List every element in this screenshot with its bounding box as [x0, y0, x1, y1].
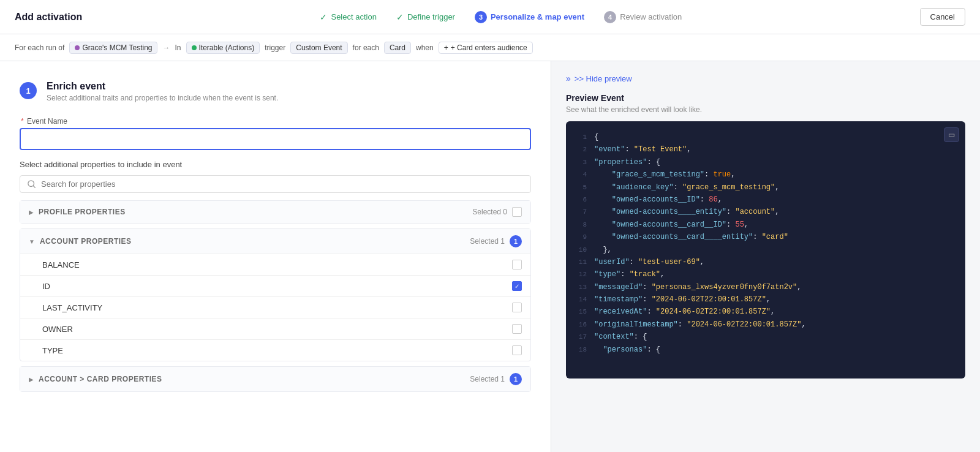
step-label-1: Select action — [331, 12, 376, 21]
when-label: when — [416, 43, 434, 52]
steps-nav: ✓ Select action ✓ Define trigger 3 Perso… — [320, 11, 682, 23]
step-num-3: 3 — [475, 11, 487, 23]
hide-preview-label: >> Hide preview — [575, 74, 632, 83]
main-content: 1 Enrich event Select additional traits … — [0, 61, 980, 452]
owner-checkbox[interactable] — [512, 324, 522, 334]
breadcrumb-prefix: For each run of — [15, 43, 64, 52]
step-select-action: ✓ Select action — [320, 12, 376, 22]
code-line-17: 17"context": { — [576, 331, 956, 343]
required-asterisk: * — [21, 117, 24, 126]
account-card-properties-title: ACCOUNT > CARD PROPERTIES — [39, 375, 162, 383]
balance-checkbox[interactable] — [512, 260, 522, 269]
source-label: Grace's MCM Testing — [82, 43, 152, 52]
hide-preview-button[interactable]: » >> Hide preview — [566, 73, 632, 83]
section-header: 1 Enrich event Select additional traits … — [20, 81, 531, 102]
in-label: In — [175, 43, 181, 52]
prop-item-last-activity: LAST_ACTIVITY — [20, 296, 530, 318]
step-num-4: 4 — [604, 11, 616, 23]
search-input[interactable] — [41, 179, 523, 189]
svg-line-1 — [33, 186, 35, 187]
search-box — [20, 175, 531, 193]
platform-label: Iterable (Actions) — [199, 43, 255, 52]
platform-tag: Iterable (Actions) — [186, 42, 260, 54]
owner-label: OWNER — [42, 325, 73, 334]
profile-properties-group: ▶ PROFILE PROPERTIES Selected 0 — [20, 200, 531, 224]
check-icon-1: ✓ — [320, 12, 327, 22]
entity-tag: Card — [384, 42, 411, 54]
account-card-properties-left: ▶ ACCOUNT > CARD PROPERTIES — [29, 375, 162, 383]
code-line-3: 3"properties": { — [576, 156, 956, 168]
field-label-text: Event Name — [27, 117, 67, 126]
code-line-12: 12"type": "track", — [576, 268, 956, 281]
check-icon-2: ✓ — [396, 12, 404, 22]
code-line-4: 4 "grace_s_mcm_testing": true, — [576, 168, 956, 181]
type-checkbox[interactable] — [512, 345, 522, 355]
code-line-11: 11"userId": "test-user-69", — [576, 256, 956, 268]
source-dot — [75, 45, 80, 50]
code-line-2: 2"event": "Test Event", — [576, 143, 956, 156]
code-line-9: 9 "owned-accounts__card____entity": "car… — [576, 231, 956, 243]
account-properties-group: ▼ ACCOUNT PROPERTIES Selected 1 1 BALANC… — [20, 228, 531, 361]
account-selected-count: Selected 1 — [470, 237, 505, 246]
header: Add activation ✓ Select action ✓ Define … — [0, 0, 980, 34]
plus-icon: + — [444, 43, 448, 52]
prop-item-id: ID — [20, 275, 530, 296]
profile-properties-left: ▶ PROFILE PROPERTIES — [29, 208, 126, 216]
code-line-6: 6 "owned-accounts__ID": 86, — [576, 194, 956, 206]
step-label-4: Review activation — [620, 12, 682, 21]
type-label: TYPE — [42, 346, 63, 355]
section-desc: Select additional traits and properties … — [47, 94, 278, 102]
step-label-2: Define trigger — [407, 12, 455, 21]
prop-item-balance: BALANCE — [20, 254, 530, 275]
last-activity-checkbox[interactable] — [512, 303, 522, 312]
for-each-label: for each — [353, 43, 379, 52]
chevron-right-icon-2: ▶ — [29, 376, 34, 383]
event-name-input[interactable]: Test Event — [20, 128, 531, 150]
code-line-18: 18 "personas": { — [576, 344, 956, 356]
chevron-down-icon: ▼ — [29, 238, 35, 245]
account-properties-left: ▼ ACCOUNT PROPERTIES — [29, 237, 132, 246]
account-card-selected-count: Selected 1 — [470, 375, 505, 383]
preview-title: Preview Event — [566, 93, 965, 103]
left-panel: 1 Enrich event Select additional traits … — [0, 61, 551, 452]
step-define-trigger: ✓ Define trigger — [396, 12, 455, 22]
chevron-right-icon: ▶ — [29, 209, 34, 216]
account-card-properties-header[interactable]: ▶ ACCOUNT > CARD PROPERTIES Selected 1 1 — [20, 367, 530, 391]
entity-label: Card — [390, 43, 405, 52]
copy-button[interactable]: ▭ — [944, 127, 959, 142]
event-tag: Custom Event — [290, 42, 347, 54]
search-icon — [28, 180, 36, 189]
step-review-activation: 4 Review activation — [604, 11, 682, 23]
code-line-16: 16"originalTimestamp": "2024-06-02T22:00… — [576, 318, 956, 331]
properties-label: Select additional properties to include … — [20, 160, 531, 169]
code-line-7: 7 "owned-accounts____entity": "account", — [576, 206, 956, 218]
prop-item-owner: OWNER — [20, 318, 530, 339]
profile-properties-header[interactable]: ▶ PROFILE PROPERTIES Selected 0 — [20, 201, 530, 223]
cancel-button[interactable]: Cancel — [920, 8, 965, 26]
account-badge: 1 — [510, 235, 522, 247]
code-line-5: 5 "audience_key": "grace_s_mcm_testing", — [576, 181, 956, 194]
arrow-icon: → — [162, 43, 170, 52]
section-number: 1 — [20, 82, 37, 99]
id-checkbox[interactable] — [512, 281, 522, 291]
account-properties-header[interactable]: ▼ ACCOUNT PROPERTIES Selected 1 1 — [20, 229, 530, 254]
id-label: ID — [42, 282, 50, 291]
source-tag: Grace's MCM Testing — [69, 42, 157, 54]
account-properties-title: ACCOUNT PROPERTIES — [40, 237, 132, 246]
code-line-10: 10 }, — [576, 244, 956, 256]
step-personalize-map: 3 Personalize & map event — [475, 11, 584, 23]
code-line-13: 13"messageId": "personas_lxws4yzver0fny0… — [576, 281, 956, 293]
chevrons-icon: » — [566, 73, 571, 83]
breadcrumb-bar: For each run of Grace's MCM Testing → In… — [0, 34, 980, 61]
audience-label: + Card enters audience — [451, 43, 527, 52]
profile-properties-title: PROFILE PROPERTIES — [39, 208, 126, 216]
audience-button[interactable]: + + Card enters audience — [439, 42, 533, 54]
event-label: Custom Event — [296, 43, 342, 52]
profile-checkbox[interactable] — [512, 207, 522, 217]
right-panel: » >> Hide preview Preview Event See what… — [551, 61, 980, 452]
code-preview: ▭ 1{ 2"event": "Test Event", 3"propertie… — [566, 121, 965, 379]
step-label-3: Personalize & map event — [491, 12, 584, 21]
code-line-15: 15"receivedAt": "2024-06-02T22:00:01.857… — [576, 306, 956, 318]
trigger-label: trigger — [265, 43, 285, 52]
last-activity-label: LAST_ACTIVITY — [42, 303, 102, 312]
